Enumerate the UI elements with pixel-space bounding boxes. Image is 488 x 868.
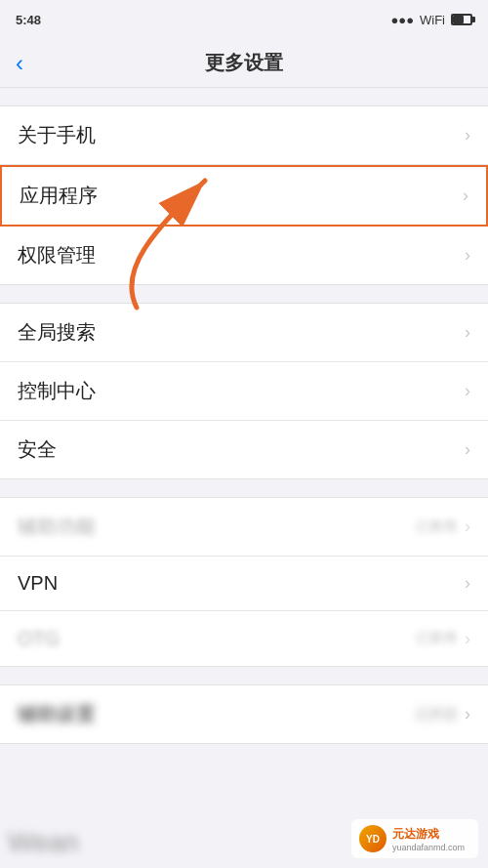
chevron-icon: › <box>465 517 470 537</box>
settings-section-1: 关于手机 › 应用程序 › 权限管理 › <box>0 105 488 285</box>
page-title: 更多设置 <box>205 50 283 76</box>
otg-right: 已禁用 › <box>416 629 470 649</box>
settings-item-security[interactable]: 安全 › <box>0 421 488 478</box>
apps-label: 应用程序 <box>20 183 98 209</box>
watermark: YD 元达游戏 yuandafanmd.com <box>351 819 478 858</box>
watermark-text-area: 元达游戏 yuandafanmd.com <box>392 826 465 852</box>
watermark-logo: YD <box>359 825 386 852</box>
nav-bar: ‹ 更多设置 <box>0 39 488 88</box>
status-right: ●●● WiFi <box>390 13 472 27</box>
battery-icon <box>451 14 472 25</box>
blurred2-right: 已开启 › <box>416 704 470 724</box>
chevron-icon: › <box>465 322 470 343</box>
security-label: 安全 <box>18 436 57 463</box>
status-time: 5:48 <box>16 13 41 27</box>
chevron-icon: › <box>465 573 470 594</box>
chevron-icon: › <box>465 245 470 266</box>
settings-item-apps[interactable]: 应用程序 › <box>0 165 488 227</box>
blurred2-label: 辅助设置 <box>18 701 96 727</box>
wean-label: Wean <box>8 827 79 858</box>
settings-section-2: 全局搜索 › 控制中心 › 安全 › <box>0 303 488 479</box>
signal-icon: ●●● <box>390 13 414 27</box>
settings-item-about-phone[interactable]: 关于手机 › <box>0 106 488 165</box>
otg-label: OTG <box>18 628 60 650</box>
status-bar: 5:48 ●●● WiFi <box>0 0 488 39</box>
chevron-icon: › <box>465 381 470 401</box>
chevron-icon: › <box>463 186 468 206</box>
settings-item-global-search[interactable]: 全局搜索 › <box>0 304 488 362</box>
control-center-label: 控制中心 <box>18 378 96 404</box>
chevron-icon: › <box>465 629 470 649</box>
watermark-brand: 元达游戏 <box>392 826 465 843</box>
vpn-label: VPN <box>18 572 58 595</box>
settings-item-permissions[interactable]: 权限管理 › <box>0 227 488 284</box>
settings-section-4: 辅助设置 已开启 › <box>0 684 488 744</box>
chevron-icon: › <box>465 125 470 145</box>
chevron-icon: › <box>465 704 470 724</box>
global-search-label: 全局搜索 <box>18 319 96 346</box>
settings-item-vpn[interactable]: VPN › <box>0 557 488 611</box>
watermark-url: yuandafanmd.com <box>392 843 465 852</box>
wifi-icon: WiFi <box>420 13 445 27</box>
blurred1-right: 已禁用 › <box>416 517 470 537</box>
settings-item-blurred2[interactable]: 辅助设置 已开启 › <box>0 685 488 743</box>
settings-item-control-center[interactable]: 控制中心 › <box>0 362 488 421</box>
about-phone-label: 关于手机 <box>18 122 96 148</box>
blurred1-label: 辅助功能 <box>18 514 96 540</box>
settings-section-3: 辅助功能 已禁用 › VPN › OTG 已禁用 › <box>0 497 488 667</box>
permissions-label: 权限管理 <box>18 242 96 269</box>
back-button[interactable]: ‹ <box>16 50 23 77</box>
settings-item-otg[interactable]: OTG 已禁用 › <box>0 611 488 666</box>
settings-item-blurred1[interactable]: 辅助功能 已禁用 › <box>0 498 488 557</box>
chevron-icon: › <box>465 439 470 460</box>
